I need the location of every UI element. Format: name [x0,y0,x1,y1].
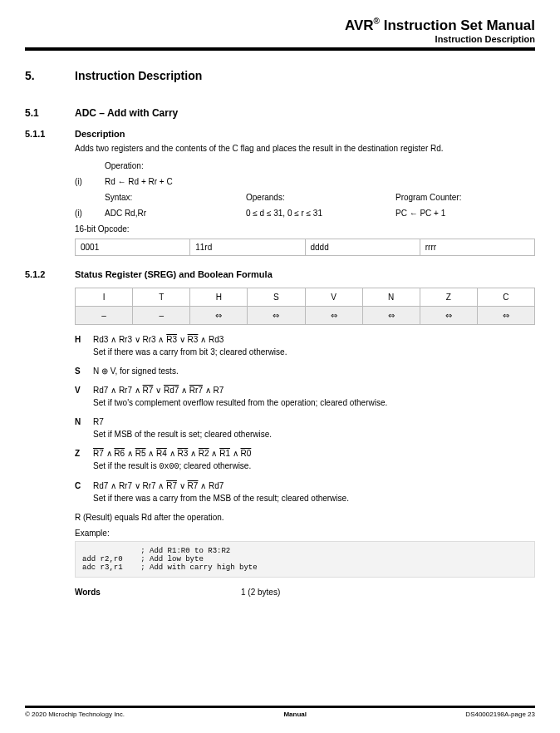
footer-left: © 2020 Microchip Technology Inc. [25,711,125,718]
sreg-value: ⇔ [362,306,420,324]
syntax-header: Syntax: [105,193,246,202]
flag-formula: R7 ∧ R6 ∧ R5 ∧ R4 ∧ R3 ∧ R2 ∧ R1 ∧ R0 [93,449,251,458]
sreg-header: S [248,288,305,306]
section-5-heading: 5. Instruction Description [25,69,535,82]
operation-label: Operation: [105,161,535,170]
sreg-header: V [305,288,362,306]
sreg-header: C [477,288,534,306]
flag-letter: C [75,481,93,490]
section-title: ADC – Add with Carry [75,107,178,119]
doc-subtitle: Instruction Description [25,34,535,44]
sreg-header: T [133,288,190,306]
opcode-cell: 11rd [190,239,305,255]
section-number: 5.1.2 [25,269,75,279]
operation-text: Rd ← Rd + Rr + C [105,177,173,186]
section-number: 5.1 [25,107,75,119]
section-number: 5. [25,69,75,82]
sreg-value: ⇔ [248,306,305,324]
example-label: Example: [75,529,535,538]
sreg-table: I T H S V N Z C – – ⇔ ⇔ ⇔ ⇔ ⇔ ⇔ [75,288,535,325]
sreg-value: ⇔ [305,306,362,324]
syntax-value: ADC Rd,Rr [105,209,246,218]
sreg-value: – [76,306,133,324]
opcode-table: 0001 11rd dddd rrrr [75,239,535,256]
flag-letter: N [75,417,93,426]
flag-letter: Z [75,449,93,458]
flag-formula: Rd7 ∧ Rr7 ∨ Rr7 ∧ R7 ∨ R7 ∧ Rd7 [93,481,224,490]
result-note: R (Result) equals Rd after the operation… [75,513,535,522]
flag-description: Set if there was a carry from the MSB of… [93,494,535,503]
footer-center: Manual [283,711,307,718]
section-5-1-2-heading: 5.1.2 Status Register (SREG) and Boolean… [25,269,535,279]
footer-rule [25,706,535,708]
words-label: Words [75,588,241,597]
section-title: Description [75,129,125,139]
section-title: Instruction Description [75,69,202,82]
operands-header: Operands: [246,193,395,202]
flag-formula: N ⊕ V, for signed tests. [93,366,179,376]
pc-value: PC ← PC + 1 [395,209,445,218]
sreg-value: ⇔ [420,306,477,324]
flag-description: Set if the result is 0x00; cleared other… [93,461,535,471]
sreg-value: – [133,306,190,324]
flag-description: Set if MSB of the result is set; cleared… [93,430,535,439]
words-value: 1 (2 bytes) [241,588,280,597]
pc-header: Program Counter: [395,193,461,202]
sreg-header: Z [420,288,477,306]
operation-index: (i) [75,177,105,186]
flag-description: Set if there was a carry from bit 3; cle… [93,347,535,357]
syntax-index: (i) [75,209,105,218]
opcode-cell: rrrr [420,239,534,255]
example-code: ; Add R1:R0 to R3:R2 add r2,r0 ; Add low… [75,541,535,578]
section-5-1-heading: 5.1 ADC – Add with Carry [25,107,535,119]
section-5-1-1-heading: 5.1.1 Description [25,129,535,139]
description-paragraph: Adds two registers and the contents of t… [75,144,535,153]
opcode-cell: 0001 [76,239,190,255]
section-number: 5.1.1 [25,129,75,139]
sreg-value: ⇔ [477,306,534,324]
flag-letter: H [75,335,93,344]
sreg-value: ⇔ [190,306,248,324]
syntax-header-row: Syntax: Operands: Program Counter: [75,193,535,202]
flag-formula: R7 [93,417,104,426]
flag-letter: V [75,386,93,395]
flag-definitions: H Rd3 ∧ Rr3 ∨ Rr3 ∧ R3 ∨ R3 ∧ Rd3 Set if… [75,335,535,503]
flag-description: Set if two's complement overflow resulte… [93,398,535,407]
opcode-label: 16-bit Opcode: [75,224,535,234]
flag-formula: Rd3 ∧ Rr3 ∨ Rr3 ∧ R3 ∨ R3 ∧ Rd3 [93,335,224,344]
words-row: Words 1 (2 bytes) [75,588,535,597]
sreg-header: N [362,288,420,306]
operation-row: (i) Rd ← Rd + Rr + C [75,177,535,186]
page-footer: © 2020 Microchip Technology Inc. Manual … [25,706,535,718]
operands-value: 0 ≤ d ≤ 31, 0 ≤ r ≤ 31 [246,209,395,218]
header-rule [25,47,535,51]
flag-letter: S [75,366,93,376]
page-header: AVR® Instruction Set Manual Instruction … [25,17,535,44]
doc-title: AVR® Instruction Set Manual [25,17,535,34]
opcode-cell: dddd [305,239,420,255]
footer-right: DS40002198A-page 23 [465,711,535,718]
section-title: Status Register (SREG) and Boolean Formu… [75,269,273,279]
syntax-value-row: (i) ADC Rd,Rr 0 ≤ d ≤ 31, 0 ≤ r ≤ 31 PC … [75,209,535,218]
sreg-header: I [76,288,133,306]
sreg-header: H [190,288,248,306]
flag-formula: Rd7 ∧ Rr7 ∧ R7 ∨ Rd7 ∧ Rr7 ∧ R7 [93,386,224,395]
